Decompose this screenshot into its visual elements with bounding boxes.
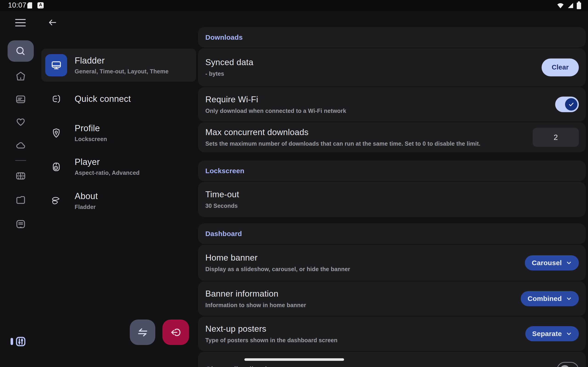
nav-item-title: Player	[75, 157, 140, 167]
quick-connect-icon	[50, 93, 62, 105]
search-button[interactable]	[8, 40, 34, 62]
section-header-lockscreen: Lockscreen	[198, 161, 586, 181]
heart-icon	[15, 116, 26, 128]
setting-row-max-downloads[interactable]: Max concurrent downloads Sets the maximu…	[198, 122, 586, 152]
status-time: 10:07	[8, 1, 26, 9]
select-value: Combined	[527, 295, 562, 302]
back-button[interactable]	[47, 18, 57, 27]
row-subtitle: Only download when connected to a Wi-Fi …	[205, 108, 546, 114]
fladder-logo-icon	[50, 194, 62, 207]
fladder-app-icon	[45, 54, 67, 76]
row-title: Next-up posters	[205, 324, 516, 334]
sidebar-item-movies[interactable]	[15, 170, 27, 182]
signal-icon	[567, 2, 574, 9]
arrow-left-icon	[47, 18, 57, 27]
row-title: Max concurrent downloads	[205, 127, 523, 137]
row-title: Banner information	[205, 289, 511, 299]
row-subtitle: Type of posters shown in the dashboard s…	[205, 337, 516, 344]
row-title: Home banner	[205, 253, 516, 263]
gesture-navigation-bar[interactable]	[244, 358, 344, 361]
nav-item-subtitle: Aspect-ratio, Advanced	[75, 169, 140, 176]
chevron-down-icon	[566, 260, 572, 266]
setting-row-banner-information[interactable]: Banner information Information to show i…	[198, 282, 586, 316]
row-title: Synced data	[205, 58, 532, 67]
row-title: Time-out	[205, 190, 570, 199]
swap-arrows-icon	[136, 326, 149, 339]
card-icon	[15, 94, 26, 105]
switch-server-button[interactable]	[130, 319, 155, 345]
status-bar: 10:07 A ...	[0, 0, 588, 11]
nav-item-title: Quick connect	[75, 94, 131, 104]
sidebar-item-home[interactable]	[15, 70, 27, 82]
settings-sliders-icon	[15, 336, 26, 347]
sdcard-icon	[27, 2, 32, 9]
logout-button[interactable]	[162, 319, 189, 345]
cloud-icon	[15, 140, 26, 151]
row-subtitle: Information to show in home banner	[205, 302, 511, 309]
menu-icon[interactable]	[15, 19, 26, 26]
setting-row-home-banner[interactable]: Home banner Display as a slideshow, caro…	[198, 245, 586, 281]
shield-person-icon	[50, 127, 62, 139]
chevron-down-icon	[566, 296, 572, 302]
select-value: Separate	[532, 330, 562, 338]
sidebar-item-favorites[interactable]	[15, 116, 27, 128]
fladder-settings-screen: 10:07 A ...	[0, 0, 588, 367]
nav-item-subtitle: Fladder	[75, 204, 98, 210]
clear-button[interactable]: Clear	[542, 58, 579, 76]
max-downloads-input[interactable]: 2	[533, 128, 579, 147]
banner-information-select[interactable]: Combined	[521, 291, 579, 306]
logout-icon	[169, 325, 183, 339]
nav-item-title: Profile	[75, 123, 107, 133]
nav-item-profile[interactable]: Profile Lockscreen	[41, 116, 196, 150]
nav-item-subtitle: General, Time-out, Layout, Theme	[75, 68, 169, 75]
film-icon	[15, 170, 26, 182]
chevron-down-icon	[566, 331, 572, 337]
setting-row-timeout[interactable]: Time-out 30 Seconds	[198, 182, 586, 217]
wifi-icon	[556, 2, 564, 9]
toggle-thumb	[560, 365, 570, 367]
check-icon	[568, 101, 575, 108]
library-icon	[15, 218, 26, 230]
active-indicator	[10, 338, 13, 345]
nav-item-fladder[interactable]: Fladder General, Time-out, Layout, Theme	[41, 49, 196, 82]
select-value: Carousel	[532, 259, 562, 267]
keyboard-icon: A ...	[37, 2, 44, 8]
nav-item-quick-connect[interactable]: Quick connect	[41, 82, 196, 116]
next-up-posters-select[interactable]: Separate	[525, 326, 579, 341]
nav-item-subtitle: Lockscreen	[75, 136, 107, 142]
row-subtitle: - bytes	[205, 70, 532, 77]
setting-row-synced-data[interactable]: Synced data - bytes Clear	[198, 48, 586, 86]
folder-icon	[15, 194, 26, 206]
section-header-downloads: Downloads	[198, 27, 586, 48]
battery-icon	[577, 2, 581, 9]
require-wifi-toggle[interactable]	[555, 97, 579, 112]
toggle-thumb	[565, 98, 578, 110]
row-subtitle: Sets the maximum number of downloads tha…	[205, 140, 523, 147]
rail-divider	[15, 160, 26, 161]
sidebar-item-media[interactable]	[15, 93, 27, 105]
section-header-dashboard: Dashboard	[198, 223, 586, 244]
nav-item-title: Fladder	[75, 56, 169, 66]
row-subtitle: 30 Seconds	[205, 202, 570, 209]
sidebar-item-folders[interactable]	[15, 194, 27, 206]
home-banner-select[interactable]: Carousel	[525, 255, 579, 270]
nav-item-player[interactable]: Player Aspect-ratio, Advanced	[41, 150, 196, 184]
nav-item-title: About	[75, 191, 98, 201]
show-all-collection-types-toggle[interactable]	[557, 362, 579, 367]
sidebar-item-library[interactable]	[15, 218, 27, 230]
sidebar-item-settings[interactable]	[15, 336, 26, 347]
row-title: Show all collection types	[205, 365, 548, 367]
search-icon	[15, 46, 26, 57]
setting-row-next-up-posters[interactable]: Next-up posters Type of posters shown in…	[198, 317, 586, 351]
row-subtitle: Display as a slideshow, carousel, or hid…	[205, 266, 516, 273]
setting-row-require-wifi[interactable]: Require Wi-Fi Only download when connect…	[198, 87, 586, 122]
settings-panel: Downloads Synced data - bytes Clear Requ…	[198, 27, 586, 367]
player-icon	[50, 161, 62, 173]
nav-item-about[interactable]: About Fladder	[41, 184, 196, 218]
sidebar-item-sync[interactable]	[15, 140, 27, 151]
monitor-icon	[50, 59, 62, 71]
home-icon	[15, 71, 26, 82]
row-title: Require Wi-Fi	[205, 95, 546, 104]
